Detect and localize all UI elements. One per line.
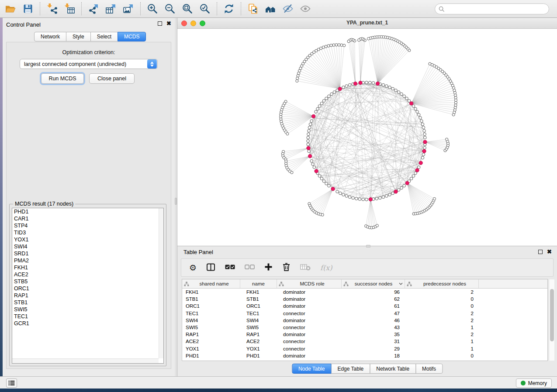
table-row[interactable]: SWI4SWI4dominator462 [182,317,547,324]
column-header-MCDS-role[interactable]: MCDS role [277,279,342,288]
table-row[interactable]: TEC1TEC1connector472 [182,310,547,317]
task-history-button[interactable] [6,378,17,388]
zoom-in-button[interactable] [144,1,161,16]
column-header-successor-nodes[interactable]: successor nodes [342,279,405,288]
main-toolbar [0,0,557,18]
table-header-row: shared namenameMCDS rolesuccessor nodesp… [182,279,547,289]
table-row[interactable]: SWI5SWI5connector431 [182,324,547,331]
select-all-rows-button[interactable] [225,261,235,274]
show-all-icon [300,3,311,14]
delete-table-button[interactable] [300,261,311,274]
mcds-result-item[interactable]: TEC1 [12,313,163,320]
zoom-out-button[interactable] [161,1,179,16]
table-row[interactable]: ACE2ACE2connector311 [182,338,547,345]
tab-network-table[interactable]: Network Table [370,364,416,374]
export-network-button[interactable] [85,1,102,16]
tab-select[interactable]: Select [90,32,118,41]
hide-selected-icon [282,3,294,14]
column-header-shared-name[interactable]: shared name [182,279,240,288]
table-row[interactable]: STB1STB1dominator620 [182,296,547,303]
show-all-button[interactable] [297,1,314,16]
tab-mcds[interactable]: MCDS [118,32,146,41]
unselect-all-rows-button[interactable] [245,261,255,274]
table-vscrollbar-thumb[interactable] [550,289,554,341]
search-input[interactable] [447,6,549,12]
mcds-result-item[interactable]: YOX1 [12,236,163,243]
mcds-result-item[interactable]: FKH1 [12,264,163,271]
table-panel: Table Panel ✖ ⚙f(x) shared namenameMCDS … [177,246,557,376]
close-panel-icon[interactable]: ✖ [166,21,171,26]
memory-button[interactable]: Memory [516,378,552,388]
table-body: FKH1FKH1dominator962STB1STB1dominator620… [182,289,547,361]
delete-column-button[interactable] [282,261,291,274]
mcds-result-item[interactable]: STB1 [12,299,163,306]
split-panel-button[interactable] [206,261,215,274]
open-file-button[interactable] [2,1,19,16]
table-row[interactable]: YOX1YOX1connector291 [182,345,547,352]
table-vscrollbar[interactable] [549,279,554,361]
close-panel-button[interactable]: Close panel [89,73,135,84]
tab-style[interactable]: Style [66,32,91,41]
table-row[interactable]: PHD1PHD1dominator180 [182,352,547,359]
table-row[interactable]: ORC1ORC1dominator610 [182,303,547,309]
network-graph-canvas[interactable] [177,29,557,246]
tab-network[interactable]: Network [34,32,66,41]
zoom-selected-button[interactable] [196,1,214,16]
mcds-result-item[interactable]: PMA2 [12,257,163,264]
criterion-dropdown[interactable]: largest connected component (undirected) [20,59,158,69]
toolbar-separator [40,2,40,15]
search-box[interactable] [435,3,549,14]
tab-motifs[interactable]: Motifs [415,364,443,374]
mcds-result-list[interactable]: PHD1CAR1STP4TID3YOX1SWI4SRD1PMA2FKH1ACE2… [12,208,164,364]
hierarchy-icon [407,282,413,286]
import-table-button[interactable] [61,1,78,16]
mcds-result-item[interactable]: RAP1 [12,292,163,299]
mcds-result-item[interactable]: STB5 [12,278,163,285]
refresh-view-button[interactable] [220,1,238,16]
save-session-button[interactable] [19,1,37,16]
horizontal-split-grip[interactable] [366,245,370,248]
first-neighbors-icon [265,3,276,14]
mcds-result-item[interactable]: ORC1 [12,285,163,292]
tab-edge-table[interactable]: Edge Table [331,364,370,374]
mcds-result-item[interactable]: PHD1 [12,208,163,215]
network-window-titlebar[interactable]: YPA_prune.txt_1 [177,18,557,29]
zoom-fit-button[interactable] [179,1,196,16]
result-list-hscrollbar[interactable] [12,358,159,363]
table-row[interactable]: RAP1RAP1dominator352 [182,331,547,338]
table-settings-button[interactable]: ⚙ [189,261,197,274]
import-network-button[interactable] [43,1,61,16]
export-table-button[interactable] [102,1,120,16]
table-row[interactable]: FKH1FKH1dominator962 [182,289,547,296]
float-table-panel-icon[interactable] [538,250,543,254]
unselect-all-rows-icon [245,265,255,271]
add-column-button[interactable] [264,261,273,274]
network-leaf-nodes[interactable] [280,35,457,229]
node-table: shared namenameMCDS rolesuccessor nodesp… [182,279,548,361]
export-image-button[interactable] [120,1,137,16]
mcds-tab-content: Optimization criterion: largest connecte… [6,42,171,369]
mcds-result-item[interactable]: SWI5 [12,306,163,313]
float-panel-icon[interactable] [158,21,162,26]
result-list-vscrollbar[interactable] [159,208,163,358]
run-mcds-button[interactable]: Run MCDS [41,73,84,84]
first-neighbors-button[interactable] [262,1,279,16]
mcds-result-item[interactable]: SWI4 [12,243,163,250]
column-header-predecessor-nodes[interactable]: predecessor nodes [405,279,479,288]
mcds-result-item[interactable]: TID3 [12,229,163,236]
mcds-result-item[interactable]: SRD1 [12,250,163,257]
mcds-result-item[interactable]: STP4 [12,222,163,229]
close-table-panel-icon[interactable]: ✖ [547,250,552,254]
mcds-result-item[interactable]: ACE2 [12,271,163,278]
duplicate-network-button[interactable] [244,1,262,16]
apply-function-button[interactable]: f(x) [320,261,332,274]
hierarchy-icon [279,282,285,286]
tab-node-table[interactable]: Node Table [292,364,332,374]
zoom-fit-icon [182,3,193,14]
hide-selected-button[interactable] [279,1,297,16]
status-bar: Memory [0,376,557,389]
column-header-name[interactable]: name [240,279,277,288]
mcds-result-item[interactable]: GCR1 [12,320,163,327]
mcds-result-item[interactable]: CAR1 [12,215,163,222]
optimization-criterion-label: Optimization criterion: [7,49,171,55]
